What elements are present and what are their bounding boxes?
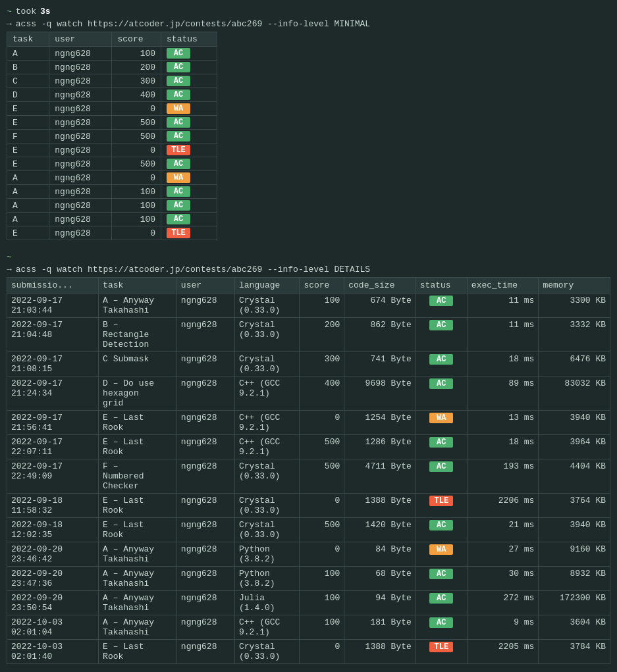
details-cell-score: 500 — [300, 459, 344, 494]
details-table-row: 2022-09-20 23:47:36 A – Anyway Takahashi… — [7, 567, 610, 591]
simple-cell-user: ngng628 — [49, 61, 112, 74]
simple-cell-score: 100 — [112, 47, 161, 61]
status-badge: AC — [429, 520, 453, 530]
details-table-row: 2022-09-20 23:46:42 A – Anyway Takahashi… — [7, 542, 610, 567]
status-badge: AC — [167, 62, 190, 72]
simple-cell-task: E — [7, 226, 49, 240]
simple-cell-user: ngng628 — [49, 116, 112, 130]
details-cell-language: C++ (GCC 9.2.1) — [235, 411, 300, 435]
simple-cell-user: ngng628 — [49, 47, 112, 61]
simple-cell-task: A — [7, 47, 49, 61]
simple-cell-status: WA — [161, 102, 217, 116]
details-cell-status: AC — [416, 518, 467, 542]
details-cell-code-size: 94 Byte — [344, 591, 416, 615]
details-cell-score: 100 — [300, 591, 344, 615]
details-cell-memory: 3940 KB — [539, 411, 610, 435]
details-cell-score: 200 — [300, 318, 344, 352]
details-table-row: 2022-09-17 22:07:11 E – Last Rook ngng62… — [7, 435, 610, 459]
simple-cell-user: ngng628 — [49, 143, 112, 157]
details-cell-language: Python (3.8.2) — [235, 542, 300, 567]
simple-cell-score: 100 — [112, 213, 161, 226]
details-cell-submission: 2022-10-03 02:01:40 — [7, 640, 99, 664]
status-badge: AC — [429, 593, 453, 604]
details-cell-user: ngng628 — [176, 615, 234, 640]
simple-table-row: A ngng628 100 AC — [7, 199, 217, 213]
simple-cell-status: AC — [161, 213, 217, 226]
details-table-row: 2022-09-18 11:58:32 E – Last Rook ngng62… — [7, 494, 610, 518]
details-cell-user: ngng628 — [176, 435, 234, 459]
status-badge: AC — [429, 617, 453, 628]
status-badge: AC — [167, 159, 190, 169]
details-cell-language: Crystal (0.33.0) — [235, 318, 300, 352]
simple-cell-score: 100 — [112, 199, 161, 213]
simple-th-user: user — [49, 32, 112, 47]
details-cell-memory: 9160 KB — [539, 542, 610, 567]
details-cell-status: AC — [416, 294, 467, 318]
details-th-language: language — [235, 278, 300, 294]
details-cell-status: AC — [416, 376, 467, 411]
details-cell-status: AC — [416, 435, 467, 459]
simple-cell-task: E — [7, 102, 49, 116]
details-table-row: 2022-09-20 23:50:54 A – Anyway Takahashi… — [7, 591, 610, 615]
simple-cell-score: 500 — [112, 157, 161, 171]
simple-cell-user: ngng628 — [49, 199, 112, 213]
simple-table-row: A ngng628 100 AC — [7, 47, 217, 61]
details-cell-memory: 83032 KB — [539, 376, 610, 411]
details-cell-submission: 2022-09-17 21:56:41 — [7, 411, 99, 435]
simple-table-row: A ngng628 0 WA — [7, 171, 217, 185]
simple-cell-status: AC — [161, 47, 217, 61]
details-table-row: 2022-09-18 12:02:35 E – Last Rook ngng62… — [7, 518, 610, 542]
details-cell-status: AC — [416, 352, 467, 376]
details-cell-score: 300 — [300, 352, 344, 376]
details-cell-code-size: 1420 Byte — [344, 518, 416, 542]
details-cell-code-size: 181 Byte — [344, 615, 416, 640]
details-cell-submission: 2022-09-17 21:08:15 — [7, 352, 99, 376]
details-cell-code-size: 84 Byte — [344, 542, 416, 567]
status-badge: AC — [429, 461, 453, 472]
details-cell-user: ngng628 — [176, 518, 234, 542]
status-badge: TLE — [167, 145, 190, 155]
details-cell-exec-time: 18 ms — [467, 435, 539, 459]
status-badge: TLE — [429, 642, 453, 652]
simple-cell-score: 300 — [112, 74, 161, 88]
details-cell-task: E – Last Rook — [99, 494, 177, 518]
simple-cell-task: A — [7, 213, 49, 226]
details-cell-user: ngng628 — [176, 318, 234, 352]
details-table-row: 2022-09-17 22:49:09 F – Numbered Checker… — [7, 459, 610, 494]
status-badge: TLE — [429, 496, 453, 506]
simple-cell-status: TLE — [161, 226, 217, 240]
simple-cell-task: B — [7, 61, 49, 74]
simple-table-row: E ngng628 500 AC — [7, 116, 217, 130]
details-cell-status: TLE — [416, 640, 467, 664]
details-cell-task: A – Anyway Takahashi — [99, 294, 177, 318]
status-badge: AC — [167, 48, 190, 59]
simple-cell-score: 500 — [112, 116, 161, 130]
status-badge: AC — [429, 354, 453, 365]
details-cell-exec-time: 11 ms — [467, 294, 539, 318]
simple-cell-user: ngng628 — [49, 88, 112, 102]
details-cell-score: 500 — [300, 435, 344, 459]
simple-table-row: E ngng628 0 TLE — [7, 226, 217, 240]
details-cell-language: C++ (GCC 9.2.1) — [235, 435, 300, 459]
simple-table-row: E ngng628 500 AC — [7, 157, 217, 171]
details-cell-score: 100 — [300, 567, 344, 591]
details-cell-memory: 8932 KB — [539, 567, 610, 591]
details-cell-score: 400 — [300, 376, 344, 411]
simple-cell-task: D — [7, 88, 49, 102]
details-cell-user: ngng628 — [176, 411, 234, 435]
status-badge: AC — [167, 200, 190, 211]
details-cell-user: ngng628 — [176, 459, 234, 494]
simple-cell-task: E — [7, 157, 49, 171]
details-cell-exec-time: 2206 ms — [467, 494, 539, 518]
simple-table-row: B ngng628 200 AC — [7, 61, 217, 74]
details-cell-task: C Submask — [99, 352, 177, 376]
details-cell-task: E – Last Rook — [99, 435, 177, 459]
status-badge: AC — [429, 296, 453, 306]
details-cell-submission: 2022-09-20 23:47:36 — [7, 567, 99, 591]
details-cell-status: WA — [416, 542, 467, 567]
details-cell-memory: 3784 KB — [539, 640, 610, 664]
status-badge: AC — [167, 117, 190, 128]
status-badge: AC — [429, 320, 453, 330]
details-cell-code-size: 1388 Byte — [344, 640, 416, 664]
simple-cell-task: A — [7, 185, 49, 199]
